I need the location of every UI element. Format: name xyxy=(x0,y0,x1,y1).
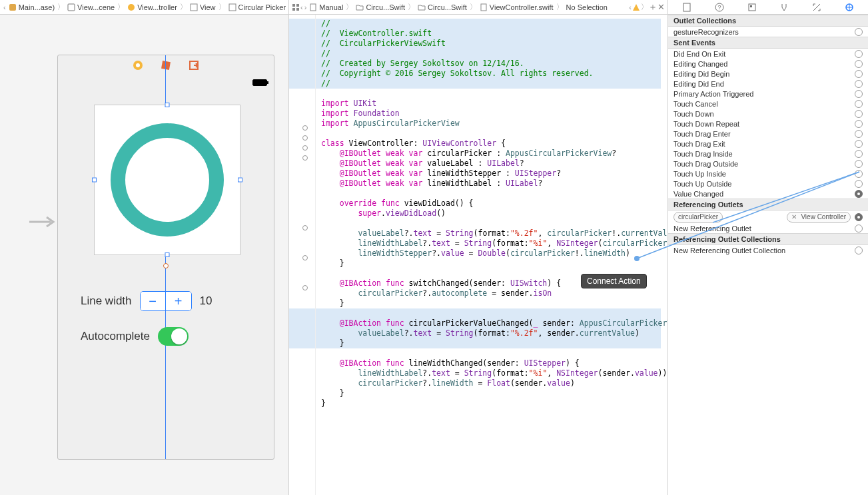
connection-dot-icon[interactable] xyxy=(855,70,863,78)
connection-dot-icon[interactable] xyxy=(855,100,863,108)
sent-event-row[interactable]: Touch Up Inside xyxy=(668,169,868,179)
sent-event-row[interactable]: Touch Drag Inside xyxy=(668,149,868,159)
sent-event-row[interactable]: Editing Did End xyxy=(668,79,868,89)
connection-dot-icon[interactable] xyxy=(855,247,863,254)
sent-event-row[interactable]: Editing Changed xyxy=(668,59,868,69)
sent-event-row[interactable]: Touch Down Repeat xyxy=(668,119,868,129)
line-width-row: Line width − + 10 xyxy=(81,291,212,311)
svg-rect-0 xyxy=(9,4,16,11)
ib-jump-bar[interactable]: ‹ Main...ase) 〉 View...cene 〉 View...tro… xyxy=(0,0,288,15)
close-editor-icon[interactable]: ✕ xyxy=(657,3,665,11)
line-width-stepper[interactable]: − + xyxy=(140,291,192,311)
outlet-destination-pill[interactable]: ✕ View Controller xyxy=(787,212,851,223)
breadcrumb-item[interactable]: View...troller xyxy=(125,3,179,11)
connection-dot-icon[interactable] xyxy=(855,110,863,118)
source-editor[interactable]: //// ViewController.swift// CircularPick… xyxy=(289,15,667,495)
referencing-outlet-row[interactable]: circularPicker ✕ View Controller xyxy=(668,211,868,223)
stepper-plus-button[interactable]: + xyxy=(166,292,191,310)
connection-dot-icon[interactable] xyxy=(855,90,863,98)
connection-dot-icon[interactable] xyxy=(855,120,863,128)
connection-dot-icon[interactable] xyxy=(855,50,863,58)
connection-dot-icon[interactable] xyxy=(855,190,863,198)
outlet-pill[interactable]: circularPicker xyxy=(673,212,723,223)
breadcrumb-label: View...cene xyxy=(77,3,115,11)
sent-event-row[interactable]: Editing Did Begin xyxy=(668,69,868,79)
warning-icon[interactable] xyxy=(632,3,640,11)
editor-gutter[interactable] xyxy=(289,15,316,495)
editor-jump-bar[interactable]: ‹ › Manual 〉 Circu...Swift 〉 Circu...Swi… xyxy=(289,0,667,15)
device-frame[interactable]: Line width − + 10 Autocomplete xyxy=(57,55,274,460)
connection-dot-icon[interactable] xyxy=(855,60,863,68)
help-inspector-icon[interactable]: ? xyxy=(714,2,725,13)
jump-tab[interactable]: Circu...Swift xyxy=(416,3,469,11)
sent-event-row[interactable]: Touch Down xyxy=(668,109,868,119)
breadcrumb-item[interactable]: View xyxy=(188,3,218,11)
outlet-connection-dot[interactable] xyxy=(302,145,308,151)
sent-event-row[interactable]: Value Changed xyxy=(668,189,868,199)
attributes-inspector-icon[interactable] xyxy=(779,2,789,13)
section-outlet-collections: Outlet Collections xyxy=(668,15,868,27)
row-label: Did End On Exit xyxy=(673,50,725,58)
resize-handle[interactable] xyxy=(165,252,170,257)
autocomplete-switch[interactable] xyxy=(158,327,189,346)
size-inspector-icon[interactable] xyxy=(811,2,822,13)
connection-dot-icon[interactable] xyxy=(855,140,863,148)
outlet-connection-dot[interactable] xyxy=(302,135,308,141)
inspector-body[interactable]: Outlet Collections gestureRecognizers Se… xyxy=(668,15,868,495)
sent-event-row[interactable]: Touch Drag Enter xyxy=(668,129,868,139)
source-code[interactable]: //// ViewController.swift// CircularPick… xyxy=(289,15,667,412)
exit-icon[interactable] xyxy=(189,60,199,71)
connection-dot-icon[interactable] xyxy=(855,213,863,221)
sent-event-row[interactable]: Touch Up Outside xyxy=(668,179,868,189)
new-referencing-outlet-row[interactable]: New Referencing Outlet xyxy=(668,223,868,233)
breadcrumb-label: View xyxy=(200,3,216,11)
connection-dot-icon[interactable] xyxy=(855,160,863,168)
breadcrumb-item[interactable]: Main...ase) xyxy=(7,3,57,11)
connection-dot-icon[interactable] xyxy=(855,150,863,158)
connection-dot-icon[interactable] xyxy=(855,180,863,188)
connection-dot-icon[interactable] xyxy=(855,80,863,88)
circular-picker-view[interactable] xyxy=(94,105,240,255)
outlet-connection-dot[interactable] xyxy=(302,255,308,260)
jump-selection[interactable]: No Selection xyxy=(564,3,610,11)
doc-icon xyxy=(309,3,317,11)
identity-inspector-icon[interactable] xyxy=(747,2,757,13)
outlet-connection-dot[interactable] xyxy=(302,125,308,131)
resize-handle[interactable] xyxy=(92,178,97,183)
first-responder-icon[interactable] xyxy=(161,60,171,71)
file-inspector-icon[interactable] xyxy=(681,2,692,13)
breadcrumb-item[interactable]: View...cene xyxy=(65,3,117,11)
section-referencing-outlet-collections: Referencing Outlet Collections xyxy=(668,233,868,245)
breadcrumb-item[interactable]: Circular Picker xyxy=(226,3,288,11)
connection-dot-icon[interactable] xyxy=(855,28,863,36)
outlet-connection-dot[interactable] xyxy=(302,155,308,161)
chevron-left-icon[interactable]: ‹ xyxy=(288,3,288,11)
inspector-tab-bar[interactable]: ? xyxy=(668,0,868,15)
sent-event-row[interactable]: Touch Cancel xyxy=(668,99,868,109)
stepper-minus-button[interactable]: − xyxy=(141,292,166,310)
outlet-connection-dot[interactable] xyxy=(302,285,308,290)
related-items-icon[interactable] xyxy=(292,3,300,11)
new-referencing-outlet-collection-row[interactable]: New Referencing Outlet Collection xyxy=(668,245,868,255)
add-editor-icon[interactable]: ＋ xyxy=(649,3,657,11)
jump-tab[interactable]: Circu...Swift xyxy=(354,3,407,11)
ib-canvas[interactable]: Line width − + 10 Autocomplete xyxy=(0,15,288,495)
autocomplete-row: Autocomplete xyxy=(81,327,189,346)
remove-connection-icon[interactable]: ✕ xyxy=(791,213,797,221)
outlet-collection-row[interactable]: gestureRecognizers xyxy=(668,27,868,37)
constraint-indicator-icon[interactable] xyxy=(163,263,169,268)
connection-dot-icon[interactable] xyxy=(855,225,863,233)
outlet-connection-dot[interactable] xyxy=(302,225,308,231)
sent-event-row[interactable]: Primary Action Triggered xyxy=(668,89,868,99)
controller-icon[interactable] xyxy=(133,60,143,71)
resize-handle[interactable] xyxy=(165,103,170,107)
jump-manual[interactable]: Manual xyxy=(307,3,345,11)
sent-event-row[interactable]: Touch Drag Exit xyxy=(668,139,868,149)
sent-event-row[interactable]: Touch Drag Outside xyxy=(668,159,868,169)
resize-handle[interactable] xyxy=(238,178,242,183)
jump-tab[interactable]: ViewController.swift xyxy=(478,3,556,11)
sent-event-row[interactable]: Did End On Exit xyxy=(668,49,868,59)
connections-inspector-icon[interactable] xyxy=(844,2,855,13)
connection-dot-icon[interactable] xyxy=(855,130,863,138)
connection-dot-icon[interactable] xyxy=(855,170,863,178)
